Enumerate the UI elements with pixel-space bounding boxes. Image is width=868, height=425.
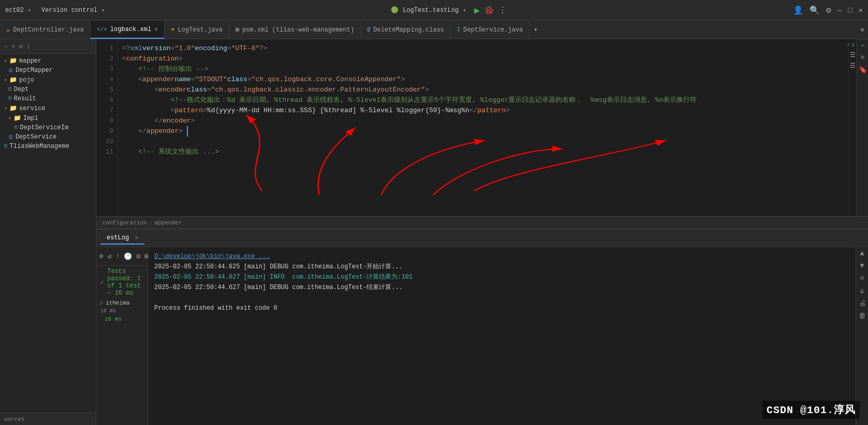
interface-icon-deptservice: ①	[8, 134, 13, 141]
panel-right-controls: ▲ ▼ ≡ ⇊ 🖨 🗑	[856, 247, 868, 425]
sidebar-item-deptmapper[interactable]: ① DeptMapper	[0, 66, 96, 75]
folder-arrow-pojo: ▾	[4, 77, 7, 83]
panel-tab-close-testlog[interactable]: ✕	[135, 235, 138, 241]
panel-icon-4[interactable]: 🗑	[859, 312, 866, 320]
console-line-path: D:\develop\jdk\bin\java.exe ...	[154, 251, 849, 262]
test-toolbar-stop[interactable]: ⊘	[98, 251, 105, 262]
console-line-exit: Process finished with exit code 0	[154, 303, 849, 313]
folder-label-mapper: mapper	[19, 57, 41, 65]
maximize-button[interactable]: □	[848, 6, 852, 14]
tab-deletemapping[interactable]: @ DeleteMapping.class	[361, 21, 451, 39]
code-line-3: <!-- 控制台输出 -->	[122, 64, 848, 74]
tab-more-button[interactable]: ▾	[529, 21, 541, 39]
panel-tab-label-testlog: estLog	[107, 234, 129, 241]
test-toolbar-prev[interactable]: ↑	[115, 251, 121, 261]
search-icon[interactable]: 🔍	[810, 5, 820, 16]
run-config-dropdown[interactable]: ▾	[463, 7, 466, 13]
panel-icon-2[interactable]: ⇊	[860, 286, 864, 295]
panel-scroll-down[interactable]: ▼	[860, 262, 864, 270]
settings-icon[interactable]: ⚙	[826, 5, 831, 16]
run-config-icon: 🟢	[391, 6, 399, 14]
run-config-label[interactable]: LogTest.testLog	[403, 7, 459, 14]
debug-button[interactable]: 🐞	[484, 5, 494, 16]
test-toolbar-export[interactable]: ⊡	[135, 251, 141, 262]
test-sidebar-item[interactable]: itheima	[106, 300, 129, 306]
folder-icon-impl: 📁	[13, 114, 21, 122]
dropdown-arrow-project[interactable]: ▾	[28, 7, 31, 13]
line-numbers: 1 2 3 4 5 6 7 8💡 9 10 11	[96, 39, 118, 216]
code-line-2: <configuration>	[122, 54, 848, 64]
project-name[interactable]: ect02	[5, 7, 24, 14]
right-gutter-icon-1[interactable]: ☰	[850, 51, 856, 59]
breadcrumb: configuration › appender	[96, 216, 868, 229]
console-line-log1: 2025-02-05 22:50:44.625 [main] DEBUG com…	[154, 262, 849, 272]
sidebar-item-pojo[interactable]: ▾ 📁 pojo	[0, 75, 96, 85]
label-tlias: TliasWebManageme	[10, 143, 69, 150]
tab-icon-dept-controller: ☕	[6, 26, 10, 34]
right-panel-icon-1[interactable]: ⚡	[858, 43, 866, 48]
test-panel: ⊘ ↺ ↑ 🕐 ⊡ ⊞ ⋯ ✓ Tests passed: 1 of 1 tes…	[96, 247, 868, 425]
tab-pom-xml[interactable]: m pom.xml (tlias-web-management)	[229, 21, 361, 39]
right-panel-icon-3[interactable]: 🔖	[859, 66, 867, 74]
console-line-log3: 2025-02-05 22:50:44.627 [main] DEBUG com…	[154, 282, 849, 293]
tab-label-pom: pom.xml (tlias-web-management)	[242, 26, 354, 34]
test-toolbar-clock[interactable]: 🕐	[123, 251, 133, 262]
breadcrumb-item-1[interactable]: configuration	[102, 220, 147, 226]
class-icon-dept: ©	[8, 86, 12, 93]
title-bar-right: 👤 🔍 ⚙ — □ ✕	[793, 5, 863, 16]
dropdown-arrow-vc[interactable]: ▾	[101, 7, 105, 13]
sidebar-item-tliaswebmanagement[interactable]: © TliasWebManageme	[0, 142, 96, 151]
tab-icon-logtest: ☀	[171, 26, 174, 34]
panel-icon-1[interactable]: ≡	[860, 274, 864, 282]
right-panel-icon-2[interactable]: ≡	[861, 54, 865, 62]
tab-label-dept-controller: DeptController.java	[13, 26, 84, 34]
folder-label-impl: Impl	[23, 115, 38, 122]
sidebar-item-impl[interactable]: ▾ 📁 Impl	[0, 113, 96, 123]
watermark: CSDN @101.淳风	[762, 401, 860, 419]
test-item-icon: ▷	[100, 300, 104, 306]
sidebar-icon-1: ↔	[4, 43, 8, 50]
tab-logtest-java[interactable]: ☀ LogTest.java	[165, 21, 229, 39]
console-line-log2: 2025-02-05 22:50:44.627 [main] INFO com.…	[154, 272, 849, 282]
code-line-9: </appender>	[122, 126, 848, 136]
run-button[interactable]: ▶	[474, 5, 480, 16]
label-deptserviceimpl: DeptServiceIm	[20, 124, 69, 131]
right-gutter-icon-2[interactable]: ☰	[850, 62, 856, 70]
panel-scroll-up[interactable]: ▲	[860, 249, 864, 257]
test-result-label: Tests passed: 1 of 1 test – 16 ms	[107, 268, 143, 297]
folder-label-service: service	[19, 105, 45, 112]
close-button[interactable]: ✕	[859, 6, 863, 14]
minimize-button[interactable]: —	[837, 6, 842, 14]
panel-icon-3[interactable]: 🖨	[859, 299, 866, 308]
panel-tab-testlog[interactable]: estLog ✕	[100, 232, 144, 245]
tab-deptservice[interactable]: I DeptService.java	[451, 21, 529, 39]
tab-label-logback-xml: logback.xml	[110, 26, 151, 33]
bottom-panel: estLog ✕ ⊘ ↺ ↑ 🕐 ⊡ ⊞ ⋯	[96, 229, 868, 425]
folder-arrow-service: ▾	[4, 105, 7, 112]
code-line-5: <encoder class="ch.qos.logback.classic.e…	[122, 85, 848, 95]
version-control[interactable]: Version control	[41, 7, 97, 14]
tab-dept-controller[interactable]: ☕ DeptController.java	[0, 21, 91, 39]
folder-label-pojo: pojo	[19, 77, 34, 84]
editor-panel: 1 2 3 4 5 6 7 8💡 9 10 11 <?xml version="…	[96, 39, 868, 216]
test-toolbar-rerun[interactable]: ↺	[107, 251, 113, 262]
sidebar-item-result[interactable]: © Result	[0, 94, 96, 103]
tab-icon-logback-xml: </>	[97, 26, 107, 33]
sidebar-icon-4: |	[27, 43, 31, 50]
sidebar-item-mapper[interactable]: ▾ 📁 mapper	[0, 56, 96, 66]
user-icon[interactable]: 👤	[793, 5, 803, 16]
sidebar-item-deptserviceimpl[interactable]: © DeptServiceIm	[0, 123, 96, 132]
test-toolbar: ⊘ ↺ ↑ 🕐 ⊡ ⊞ ⋯	[96, 247, 148, 266]
main-layout: ↔ ✕ ⊡ | ▾ 📁 mapper ① DeptMapper ▾ 📁 pojo	[0, 39, 868, 425]
sidebar-item-service[interactable]: ▾ 📁 service	[0, 103, 96, 113]
sidebar-item-deptservice[interactable]: ① DeptService	[0, 132, 96, 142]
tab-close-logback[interactable]: ✕	[154, 25, 158, 33]
class-icon-deptserviceimpl: ©	[14, 125, 18, 131]
tab-bar: ☕ DeptController.java </> logback.xml ✕ …	[0, 21, 868, 39]
sidebar-item-dept[interactable]: © Dept	[0, 85, 96, 94]
breadcrumb-item-2[interactable]: appender	[154, 220, 182, 226]
tab-settings-icon[interactable]: ⚙	[860, 26, 864, 33]
tab-logback-xml[interactable]: </> logback.xml ✕	[91, 21, 165, 39]
more-menu-button[interactable]: ⋮	[498, 5, 507, 16]
label-dept: Dept	[14, 86, 29, 93]
